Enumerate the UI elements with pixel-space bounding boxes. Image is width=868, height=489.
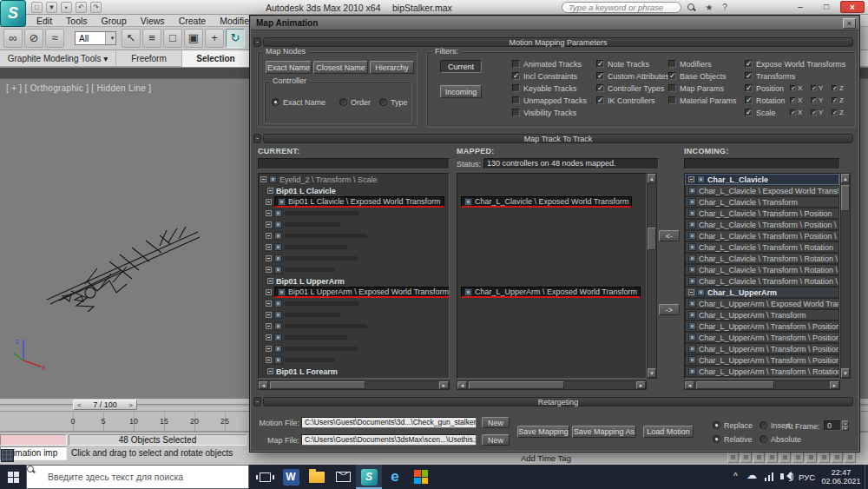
keyboard-override-icon[interactable] [779, 452, 791, 463]
checkbox-z[interactable] [832, 109, 838, 116]
expander-icon[interactable] [267, 278, 273, 284]
incoming-vertical-scrollbar[interactable] [840, 173, 851, 379]
rollout-motion-mapping-parameters[interactable]: Motion Mapping Parameters [263, 37, 853, 47]
tab-selection[interactable]: Selection [182, 50, 250, 67]
expander-icon[interactable] [266, 255, 272, 261]
undo-icon[interactable]: ↶ [76, 2, 87, 13]
checkbox-x[interactable] [790, 109, 796, 116]
scroll-left-icon[interactable] [685, 381, 694, 389]
menu-item-group[interactable]: Group [95, 15, 134, 27]
chevron-down-icon[interactable]: ▾ [105, 32, 115, 44]
checkbox-transforms[interactable] [745, 72, 753, 80]
menu-item-views[interactable]: Views [134, 15, 172, 27]
mapped-row[interactable]: Char_L_Clavicle \ Exposed World Transfor… [461, 196, 632, 208]
word-app-button[interactable]: W [278, 465, 304, 489]
scrollbar-thumb[interactable] [469, 381, 564, 389]
checkbox-x[interactable] [790, 97, 796, 103]
checkbox-rotation[interactable] [745, 96, 753, 104]
expander-icon[interactable] [266, 210, 272, 216]
tab-freeform[interactable]: Freeform [116, 50, 182, 67]
menu-item-edit[interactable]: Edit [30, 15, 59, 27]
minimize-button[interactable] [788, 1, 812, 13]
current-row[interactable] [259, 264, 449, 275]
mapped-vertical-scrollbar[interactable] [647, 173, 657, 379]
search-icon[interactable] [687, 3, 696, 12]
checkbox-y[interactable] [811, 97, 817, 103]
checkbox-x[interactable] [790, 85, 796, 91]
radio-replace[interactable]: Replace [713, 420, 753, 430]
dialog-titlebar[interactable]: Map Animation [251, 17, 858, 30]
checkbox-map-params[interactable] [668, 84, 676, 92]
checkbox-ik-controllers[interactable] [596, 96, 604, 104]
current-filter-field[interactable] [258, 158, 450, 169]
scrollbar-thumb[interactable] [270, 381, 365, 389]
expander-icon[interactable] [266, 244, 272, 250]
select-and-move-icon[interactable]: + [205, 29, 224, 48]
current-row[interactable] [259, 332, 449, 343]
scroll-down-icon[interactable] [841, 368, 850, 378]
expander-icon[interactable] [266, 199, 272, 205]
current-row[interactable] [259, 253, 449, 264]
help-icon[interactable]: ? [719, 2, 731, 13]
map-left-button[interactable]: <- [659, 230, 680, 241]
incoming-row[interactable]: Char_L_UpperArm \ Transform \ Position \… [685, 354, 839, 366]
rollout-map-track-to-track[interactable]: Map Track To Track [263, 134, 853, 143]
at-frame-input[interactable]: 0 [824, 420, 841, 431]
current-row[interactable]: Bip01 L Clavicle [259, 185, 449, 196]
select-object-icon[interactable]: ↖ [122, 29, 141, 48]
expander-icon[interactable] [267, 368, 273, 374]
incoming-filter-field[interactable] [684, 158, 840, 169]
current-row[interactable]: Eyelid_2 \ Transform \ Scale [259, 174, 449, 185]
load-motion-button[interactable]: Load Motion [643, 426, 694, 438]
rollout-retargeting[interactable]: Retargeting [263, 397, 853, 406]
map-file-new-button[interactable]: New [482, 434, 510, 446]
rollout-collapse-icon[interactable] [253, 134, 261, 143]
current-row[interactable] [259, 320, 449, 332]
save-mapping-as-button[interactable]: Save Mapping As [572, 426, 636, 438]
3dsmax-logo-icon[interactable]: S [0, 0, 26, 27]
task-view-button[interactable] [252, 465, 278, 489]
incoming-horizontal-scrollbar[interactable] [684, 380, 840, 390]
checkbox-note-tracks[interactable] [596, 60, 604, 68]
orbit-view-icon[interactable] [819, 452, 830, 463]
tray-expand-icon[interactable]: ^ [733, 472, 738, 481]
scroll-up-icon[interactable] [841, 174, 850, 183]
spinner-snap-icon[interactable] [766, 452, 778, 463]
expander-icon[interactable] [266, 346, 272, 352]
radio-insert[interactable]: Insert [760, 420, 791, 430]
current-row[interactable]: Bip01 L Clavicle \ Exposed World Transfo… [259, 196, 449, 208]
spinner-down-icon[interactable] [842, 426, 849, 431]
dialog-close-icon[interactable] [843, 18, 856, 29]
mapped-horizontal-scrollbar[interactable] [457, 380, 647, 390]
pan-view-icon[interactable] [806, 452, 817, 463]
incoming-row[interactable]: Char_L_UpperArm [685, 287, 839, 298]
incoming-row[interactable]: Char_L_UpperArm \ Transform \ Position \… [685, 332, 839, 343]
scroll-left-icon[interactable] [457, 381, 467, 389]
radio-relative[interactable]: Relative [713, 434, 753, 444]
expander-icon[interactable] [688, 289, 694, 295]
network-icon[interactable] [765, 472, 776, 481]
show-desktop-button[interactable] [865, 465, 868, 489]
mapped-track-list[interactable]: Char_L_Clavicle \ Exposed World Transfor… [457, 173, 647, 379]
checkbox-expose-world-transforms[interactable] [745, 60, 753, 68]
checkbox-modifiers[interactable] [668, 60, 676, 68]
checkbox-position[interactable] [745, 84, 753, 92]
selection-lock-icon[interactable] [792, 452, 804, 463]
current-row[interactable] [259, 241, 449, 253]
scroll-right-icon[interactable] [636, 381, 646, 389]
select-and-link-icon[interactable]: ∞ [3, 29, 23, 48]
checkbox-unmapped-tracks[interactable] [512, 96, 520, 104]
expander-icon[interactable] [266, 301, 272, 307]
current-row[interactable]: Bip01 L Forearm [259, 366, 449, 377]
tab-graphite-modeling-tools[interactable]: Graphite Modeling Tools ▾ [0, 50, 116, 67]
mapped-row[interactable]: Char_L_UpperArm \ Exposed World Transfor… [461, 287, 641, 298]
menu-item-create[interactable]: Create [172, 15, 214, 27]
checkbox-keyable-tracks[interactable] [512, 84, 520, 92]
checkbox-z[interactable] [832, 97, 838, 103]
scroll-right-icon[interactable] [439, 381, 449, 389]
map-file-field[interactable]: C:\Users\Guest\Documents\3dsMax\scen...\… [301, 434, 477, 446]
angle-snap-icon[interactable] [740, 452, 752, 463]
selection-filter-dropdown[interactable]: All ▾ [75, 31, 116, 45]
scroll-up-icon[interactable] [648, 174, 656, 183]
store-app-button[interactable] [408, 465, 434, 489]
